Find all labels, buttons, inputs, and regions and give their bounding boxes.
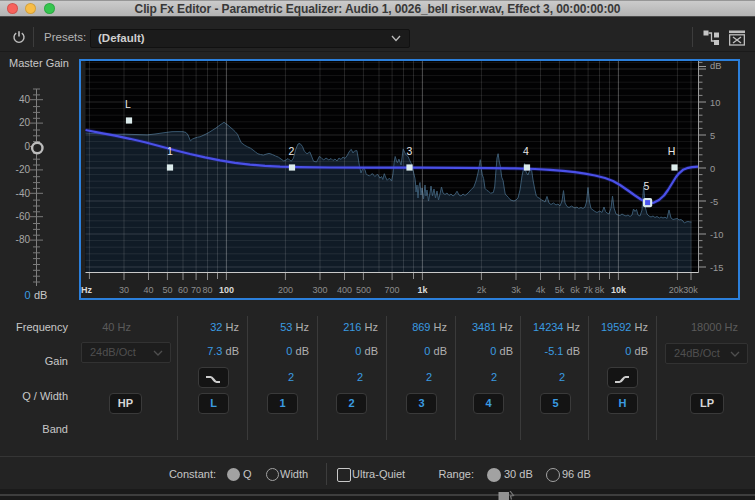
svg-text:5: 5 [644,180,650,192]
svg-text:4k: 4k [536,285,546,295]
svg-text:40: 40 [143,285,153,295]
svg-text:700: 700 [385,285,400,295]
svg-text:-40: -40 [16,188,31,199]
svg-text:1: 1 [167,145,173,157]
svg-text:4: 4 [523,145,529,157]
svg-text:-10: -10 [710,230,723,240]
svg-text:500: 500 [356,285,371,295]
svg-text:L: L [125,98,131,110]
svg-text:80: 80 [202,285,212,295]
svg-text:5k: 5k [555,285,565,295]
svg-text:-60: -60 [16,211,31,222]
svg-text:-5: -5 [710,197,718,207]
svg-text:400: 400 [337,285,352,295]
svg-text:20k: 20k [669,285,684,295]
svg-text:5: 5 [710,131,715,141]
svg-text:10k: 10k [611,285,627,295]
svg-text:300: 300 [312,285,327,295]
svg-text:-80: -80 [16,234,31,245]
svg-text:60: 60 [178,285,188,295]
svg-text:dB: dB [34,289,47,301]
svg-text:40: 40 [19,94,31,105]
svg-text:7k: 7k [583,285,593,295]
svg-text:70: 70 [191,285,201,295]
svg-text:0: 0 [25,289,31,301]
svg-text:20: 20 [19,117,31,128]
svg-text:Master Gain: Master Gain [9,57,69,69]
svg-text:3: 3 [406,145,412,157]
svg-text:H: H [668,145,676,157]
svg-text:dB: dB [710,61,721,71]
svg-text:30k: 30k [683,285,698,295]
svg-text:8k: 8k [595,285,605,295]
svg-text:50: 50 [162,285,172,295]
svg-text:200: 200 [278,285,293,295]
svg-text:6k: 6k [570,285,580,295]
svg-text:2: 2 [288,145,294,157]
svg-text:0: 0 [24,141,30,152]
svg-text:-15: -15 [710,263,723,273]
svg-text:0: 0 [710,164,715,174]
svg-text:30: 30 [119,285,129,295]
svg-text:1k: 1k [417,285,428,295]
svg-text:2k: 2k [477,285,487,295]
svg-text:-20: -20 [16,164,31,175]
svg-text:100: 100 [219,285,234,295]
svg-text:3k: 3k [511,285,521,295]
svg-text:Hz: Hz [81,285,92,295]
svg-text:10: 10 [710,98,720,108]
